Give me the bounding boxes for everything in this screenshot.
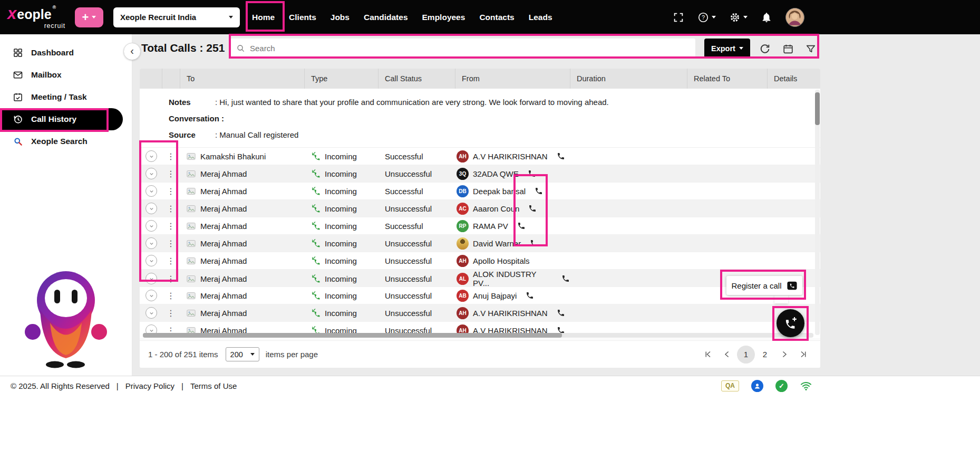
terms-of-use-link[interactable]: Terms of Use (190, 381, 237, 390)
sidebar-item-mailbox[interactable]: Mailbox (0, 64, 132, 86)
search-input[interactable] (250, 44, 695, 53)
privacy-policy-link[interactable]: Privacy Policy (125, 381, 174, 390)
org-selector-dropdown[interactable]: Xeople Recruit India (113, 7, 240, 27)
nav-item-candidates[interactable]: Candidates (364, 13, 408, 22)
from-name[interactable]: Deepak bansal (473, 187, 526, 196)
row-menu-button[interactable]: ⋮ (162, 256, 180, 266)
to-name[interactable]: Kamakshi Bhakuni (200, 152, 266, 161)
sidebar-item-meeting-task[interactable]: Meeting / Task (0, 86, 132, 108)
chevron-down-icon (148, 170, 155, 177)
expand-row-button[interactable] (145, 307, 157, 319)
to-name[interactable]: Meraj Ahmad (200, 291, 247, 300)
expand-row-button[interactable] (145, 150, 157, 162)
expand-row-button[interactable] (145, 255, 157, 266)
to-name[interactable]: Meraj Ahmad (200, 309, 247, 318)
to-name[interactable]: Meraj Ahmad (200, 239, 247, 248)
to-name[interactable]: Meraj Ahmad (200, 187, 247, 196)
expand-row-button[interactable] (145, 185, 157, 197)
export-button[interactable]: Export (704, 39, 750, 58)
notifications-bell-icon[interactable] (761, 12, 772, 23)
call-phone-button[interactable] (557, 152, 565, 160)
settings-menu[interactable] (729, 12, 748, 23)
row-menu-button[interactable]: ⋮ (162, 238, 180, 249)
call-phone-button[interactable] (528, 169, 536, 178)
sidebar-item-dashboard[interactable]: Dashboard (0, 42, 132, 64)
horizontal-scrollbar[interactable] (143, 333, 813, 338)
call-phone-button[interactable] (557, 309, 565, 317)
expand-row-button[interactable] (145, 290, 157, 301)
to-name[interactable]: Meraj Ahmad (200, 256, 247, 265)
prev-page-button[interactable] (718, 346, 736, 364)
add-new-button[interactable]: + (75, 7, 103, 27)
sidebar-collapse-button[interactable]: ‹ (123, 43, 141, 60)
from-name[interactable]: Apollo Hospitals (473, 256, 530, 265)
call-phone-button[interactable] (530, 239, 538, 247)
dashboard-icon (13, 47, 23, 58)
nav-item-clients[interactable]: Clients (289, 13, 316, 22)
help-menu[interactable]: ? (697, 12, 716, 23)
expand-row-button[interactable] (145, 203, 157, 214)
from-name[interactable]: 32ADA QWE (473, 169, 519, 178)
expand-row-button[interactable] (145, 168, 157, 179)
nav-item-contacts[interactable]: Contacts (479, 13, 514, 22)
user-status-icon[interactable] (751, 380, 763, 392)
nav-item-home[interactable]: Home (252, 13, 275, 22)
from-name[interactable]: ALOK INDUSTRY PV... (473, 270, 552, 288)
refresh-button[interactable] (758, 42, 772, 56)
from-avatar: AC (457, 203, 469, 215)
to-name[interactable]: Meraj Ahmad (200, 204, 247, 213)
register-a-call-button[interactable]: Register a call (726, 276, 802, 295)
from-name[interactable]: A.V HARIKRISHNAN (473, 152, 548, 161)
nav-item-jobs[interactable]: Jobs (331, 13, 350, 22)
from-name[interactable]: Aaaron Coun (473, 204, 519, 213)
fullscreen-icon[interactable] (673, 12, 684, 23)
call-phone-button[interactable] (526, 291, 534, 300)
vertical-scrollbar-thumb[interactable] (815, 92, 820, 125)
from-name[interactable]: RAMA PV (473, 222, 508, 231)
expand-row-button[interactable] (145, 237, 157, 249)
user-avatar[interactable] (785, 8, 804, 27)
expand-row-button[interactable] (145, 220, 157, 232)
row-menu-button[interactable]: ⋮ (162, 274, 180, 284)
horizontal-scrollbar-thumb[interactable] (143, 333, 562, 338)
from-name[interactable]: A.V HARIKRISHNAN (473, 309, 548, 318)
wifi-icon[interactable] (800, 379, 812, 392)
first-page-button[interactable] (699, 346, 717, 364)
sidebar-item-call-history[interactable]: Call History (0, 108, 123, 130)
sidebar-item-xeople-search[interactable]: Xeople Search (0, 130, 132, 152)
source-value: : Manual Call registered (215, 130, 298, 139)
from-name[interactable]: David Warner (473, 239, 521, 248)
filter-button[interactable] (803, 42, 818, 56)
date-filter-button[interactable] (781, 42, 795, 56)
nav-item-leads[interactable]: Leads (529, 13, 552, 22)
to-name[interactable]: Meraj Ahmad (200, 274, 247, 283)
call-phone-button[interactable] (535, 187, 543, 195)
register-call-fab[interactable] (777, 309, 804, 337)
call-phone-button[interactable] (528, 204, 537, 213)
connection-ok-icon[interactable]: ✓ (775, 380, 788, 392)
row-menu-button[interactable]: ⋮ (162, 169, 180, 179)
call-phone-button[interactable] (561, 274, 570, 283)
row-menu-button[interactable]: ⋮ (162, 308, 180, 318)
qa-environment-badge[interactable]: QA (721, 380, 739, 391)
call-row: ⋮ Kamakshi Bhakuni Incoming Successful A… (140, 148, 820, 165)
to-name[interactable]: Meraj Ahmad (200, 169, 247, 178)
row-menu-button[interactable]: ⋮ (162, 291, 180, 301)
row-menu-button[interactable]: ⋮ (162, 204, 180, 214)
last-page-button[interactable] (794, 346, 812, 364)
page-number-1[interactable]: 1 (737, 346, 755, 364)
vertical-scrollbar[interactable] (815, 90, 820, 335)
page-size-select[interactable]: 200 (226, 347, 259, 361)
next-page-button[interactable] (775, 346, 793, 364)
row-menu-button[interactable]: ⋮ (162, 221, 180, 231)
row-menu-button[interactable]: ⋮ (162, 151, 180, 161)
app-logo[interactable]: xeople® recruit (7, 5, 65, 30)
nav-item-employees[interactable]: Employees (422, 13, 465, 22)
expand-row-button[interactable] (145, 273, 157, 284)
to-name[interactable]: Meraj Ahmad (200, 222, 247, 231)
row-menu-button[interactable]: ⋮ (162, 186, 180, 196)
from-name[interactable]: Anuj Bajpayi (473, 291, 517, 300)
call-phone-button[interactable] (517, 222, 526, 230)
page-number-2[interactable]: 2 (756, 346, 774, 364)
search-icon (236, 44, 246, 53)
